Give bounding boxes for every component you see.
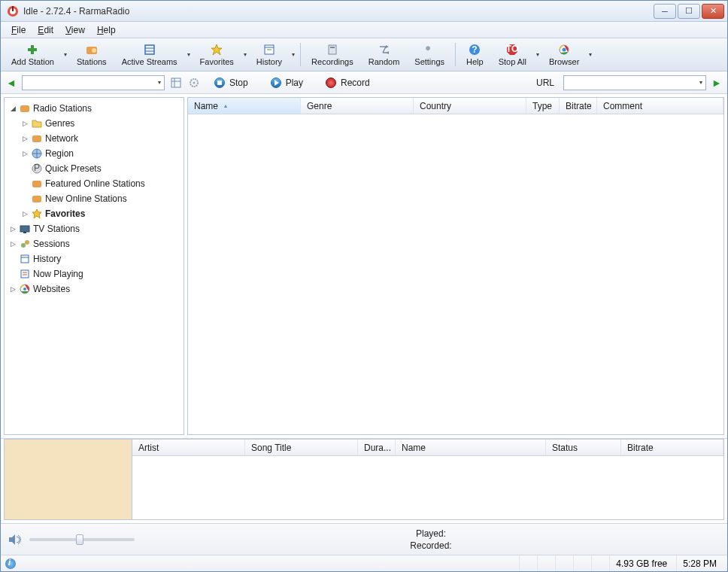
pl-col-bitrate[interactable]: Bitrate	[621, 440, 723, 455]
tree-favorites[interactable]: ▷Favorites	[6, 206, 182, 221]
active-streams-button[interactable]: Active Streams	[114, 40, 185, 69]
add-station-button[interactable]: Add Station	[4, 40, 62, 69]
info-icon[interactable]	[5, 558, 16, 569]
menu-file[interactable]: File	[5, 23, 32, 37]
col-type[interactable]: Type	[526, 98, 560, 114]
menu-view[interactable]: View	[59, 23, 91, 37]
clock: 5:28 PM	[676, 555, 723, 571]
gear-icon[interactable]	[187, 76, 201, 90]
radio-icon	[31, 193, 43, 205]
history-icon	[19, 253, 31, 265]
browser-button[interactable]: Browser	[541, 40, 587, 69]
stop-icon: STOP	[505, 43, 519, 56]
help-button[interactable]: ? Help	[459, 40, 491, 69]
svg-marker-14	[386, 45, 389, 48]
playlist-body[interactable]	[132, 456, 723, 519]
sort-asc-icon: ▴	[224, 102, 227, 109]
tree-genres[interactable]: ▷Genres	[6, 116, 182, 131]
favorites-button[interactable]: Favorites	[193, 40, 241, 69]
url-combo[interactable]: ▾	[563, 75, 706, 90]
sb-cell-1	[519, 555, 534, 571]
pl-col-status[interactable]: Status	[546, 440, 621, 455]
menu-help[interactable]: Help	[91, 23, 122, 37]
pl-col-duration[interactable]: Dura...	[358, 440, 396, 455]
col-comment[interactable]: Comment	[597, 98, 723, 114]
svg-rect-35	[20, 226, 29, 232]
played-label: Played:	[142, 528, 720, 540]
record-button[interactable]: Record	[317, 78, 379, 88]
stop-button[interactable]: Stop	[205, 78, 257, 88]
tree-network[interactable]: ▷Network	[6, 131, 182, 146]
nav-prev-button[interactable]: ◄	[5, 77, 17, 89]
col-name[interactable]: Name▴	[188, 98, 301, 114]
volume-bar: Played: Recorded:	[1, 523, 727, 555]
main-area: ◢Radio Stations ▷Genres ▷Network ▷Region…	[1, 94, 727, 439]
tree-sessions[interactable]: ▷Sessions	[6, 236, 182, 251]
add-station-dropdown[interactable]: ▾	[62, 40, 69, 69]
stations-button[interactable]: Stations	[69, 40, 114, 69]
radio-icon	[31, 132, 43, 145]
svg-rect-7	[145, 45, 154, 54]
slider-thumb[interactable]	[76, 534, 83, 545]
svg-text:P: P	[34, 163, 40, 173]
tree-quick-presets[interactable]: PQuick Presets	[6, 161, 182, 176]
tree-radio-stations[interactable]: ◢Radio Stations	[6, 101, 182, 116]
play-button[interactable]: Play	[262, 78, 312, 88]
svg-rect-28	[32, 135, 41, 142]
pl-col-name[interactable]: Name	[396, 440, 546, 455]
history-button[interactable]: History	[249, 40, 290, 69]
svg-rect-39	[21, 255, 29, 263]
now-playing-panel: Artist Song Title Dura... Name Status Bi…	[4, 439, 724, 520]
svg-rect-12	[329, 45, 336, 54]
tree-now-playing[interactable]: Now Playing	[6, 266, 182, 281]
star-icon	[210, 43, 223, 56]
svg-rect-22	[171, 78, 180, 87]
history-dropdown[interactable]: ▾	[290, 40, 297, 69]
pl-col-artist[interactable]: Artist	[132, 440, 245, 455]
station-combo[interactable]: ▾	[22, 75, 165, 90]
svg-point-45	[23, 288, 26, 291]
menubar: File Edit View Help	[1, 22, 727, 38]
tree-websites[interactable]: ▷Websites	[6, 281, 182, 297]
session-icon	[19, 238, 31, 250]
volume-slider[interactable]	[29, 538, 135, 541]
col-genre[interactable]: Genre	[301, 98, 414, 114]
tree-history[interactable]: History	[6, 251, 182, 266]
station-list: Name▴ Genre Country Type Bitrate Comment	[187, 97, 724, 435]
speaker-icon[interactable]	[8, 533, 22, 546]
browser-dropdown[interactable]: ▾	[587, 40, 594, 69]
close-button[interactable]: ✕	[702, 4, 724, 19]
sb-cell-2	[537, 555, 552, 571]
stop-all-button[interactable]: STOP Stop All	[491, 40, 534, 69]
svg-point-26	[193, 81, 196, 84]
navigation-tree[interactable]: ◢Radio Stations ▷Genres ▷Network ▷Region…	[4, 97, 184, 435]
nav-next-button[interactable]: ►	[711, 77, 723, 89]
menu-edit[interactable]: Edit	[32, 23, 59, 37]
svg-marker-46	[9, 534, 15, 545]
radio-icon	[85, 43, 99, 56]
tree-tv-stations[interactable]: ▷TV Stations	[6, 221, 182, 236]
settings-button[interactable]: Settings	[407, 40, 452, 69]
statusbar: 4.93 GB free 5:28 PM	[1, 555, 727, 571]
folder-icon	[31, 117, 43, 129]
list-body[interactable]	[188, 114, 723, 434]
svg-marker-15	[386, 51, 389, 54]
tree-new-online[interactable]: New Online Stations	[6, 191, 182, 206]
tree-featured[interactable]: Featured Online Stations	[6, 176, 182, 191]
grid-icon[interactable]	[169, 76, 183, 90]
pl-col-song[interactable]: Song Title	[245, 440, 358, 455]
radio-icon	[19, 102, 31, 114]
col-country[interactable]: Country	[414, 98, 526, 114]
maximize-button[interactable]: ☐	[678, 4, 700, 19]
svg-point-37	[21, 243, 26, 248]
recordings-button[interactable]: Recordings	[304, 40, 361, 69]
tree-region[interactable]: ▷Region	[6, 146, 182, 161]
stop-all-dropdown[interactable]: ▾	[534, 40, 541, 69]
disk-free: 4.93 GB free	[609, 555, 673, 571]
favorites-dropdown[interactable]: ▾	[241, 40, 249, 69]
minimize-button[interactable]: ─	[654, 4, 676, 19]
col-bitrate[interactable]: Bitrate	[560, 98, 597, 114]
active-streams-dropdown[interactable]: ▾	[185, 40, 193, 69]
random-button[interactable]: Random	[361, 40, 408, 69]
play-circle-icon	[271, 78, 281, 88]
